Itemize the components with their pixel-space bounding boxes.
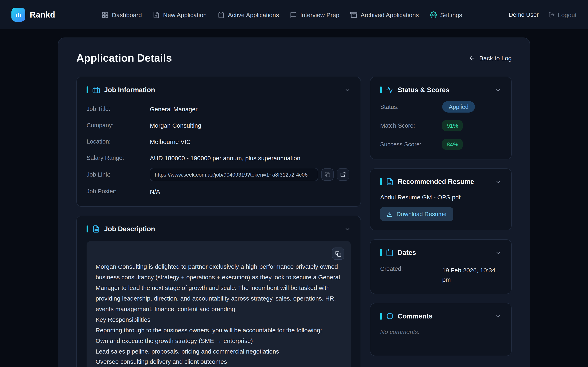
back-to-log-label: Back to Log [479,55,512,62]
field-label: Salary Range: [86,155,150,161]
logout-icon [548,11,555,18]
nav-right: Demo User Logout [509,11,577,18]
nav-menu: Dashboard New Application Active Applica… [102,11,462,18]
chevron-down-icon[interactable] [344,87,351,93]
left-column: Job Information Job Title: General Manag… [76,77,361,367]
field-row-company: Company: Morgan Consulting [86,119,351,131]
chevron-down-icon[interactable] [495,313,502,319]
copy-description-button[interactable] [332,248,344,260]
nav-item-archived-applications[interactable]: Archived Applications [350,11,419,18]
nav-label: Interview Prep [300,11,339,18]
created-label: Created: [380,266,442,284]
job-description-header: Job Description [86,225,351,233]
comments-title: Comments [398,312,433,320]
resume-filename: Abdul Resume GM - OPS.pdf [380,194,502,201]
status-row: Status: Applied [380,101,502,113]
copy-icon [335,250,341,257]
nav-item-dashboard[interactable]: Dashboard [102,11,142,18]
job-link-input[interactable] [150,168,318,181]
field-label: Job Link: [86,171,150,178]
dashboard-icon [102,11,109,18]
file-plus-icon [153,11,160,18]
accent-bar [380,86,382,93]
download-icon [387,211,393,217]
nav-item-settings[interactable]: Settings [430,11,462,18]
open-link-button[interactable] [337,168,349,181]
recommended-resume-header: Recommended Resume [380,178,502,185]
status-label: Status: [380,104,442,110]
download-resume-button[interactable]: Download Resume [380,207,453,221]
field-row-job-poster: Job Poster: N/A [86,185,351,197]
nav-label: Active Applications [228,11,279,18]
brand-name: Rankd [30,10,55,19]
field-row-location: Location: Melbourne VIC [86,135,351,148]
field-value: AUD 180000 - 190000 per annum, plus supe… [150,154,351,161]
calendar-icon [386,249,394,257]
dates-header: Dates [380,249,502,257]
user-name: Demo User [509,11,539,18]
field-value: General Manager [150,105,351,112]
accent-bar [380,178,382,185]
brand[interactable]: Rankd [11,8,55,22]
nav-label: Dashboard [112,11,142,18]
comments-card: Comments No comments. [370,303,512,356]
clipboard-icon [218,11,225,18]
copy-icon [325,172,330,177]
page-header: Application Details Back to Log [76,52,512,64]
accent-bar [380,313,382,319]
logout-button[interactable]: Logout [548,11,577,18]
archive-icon [350,11,357,18]
job-description-title: Job Description [104,225,155,233]
field-label: Location: [86,138,150,145]
back-to-log-link[interactable]: Back to Log [469,55,512,62]
comments-header: Comments [380,312,502,320]
field-value: N/A [150,188,351,195]
message-circle-icon [386,312,394,320]
field-value: Morgan Consulting [150,122,351,129]
accent-bar [86,86,88,93]
field-label: Job Title: [86,106,150,112]
success-score-row: Success Score: 84% [380,139,502,150]
status-badge: Applied [442,101,475,113]
download-resume-label: Download Resume [397,211,447,217]
match-score-row: Match Score: 91% [380,120,502,131]
nav-item-new-application[interactable]: New Application [153,11,207,18]
file-text-icon [386,178,394,185]
job-description-panel: Morgan Consulting is delighted to partne… [86,241,351,367]
job-information-card: Job Information Job Title: General Manag… [76,77,361,207]
status-scores-title: Status & Scores [398,86,449,94]
file-text-icon [92,225,100,233]
field-row-salary: Salary Range: AUD 180000 - 190000 per an… [86,152,351,164]
activity-icon [386,86,394,94]
nav-label: New Application [163,11,207,18]
created-row: Created: 19 Feb 2026, 10:34 pm [380,266,502,284]
copy-link-button[interactable] [321,168,334,181]
top-navigation: Rankd Dashboard New Application Active A… [0,0,588,29]
recommended-resume-card: Recommended Resume Abdul Resume GM - OPS… [370,168,512,230]
nav-label: Settings [440,11,462,18]
gear-icon [430,11,437,18]
recommended-resume-title: Recommended Resume [398,178,474,185]
match-score-label: Match Score: [380,122,442,129]
application-details-container: Application Details Back to Log [58,38,530,367]
nav-item-active-applications[interactable]: Active Applications [218,11,279,18]
nav-item-interview-prep[interactable]: Interview Prep [290,11,339,18]
arrow-left-icon [469,55,476,62]
briefcase-icon [92,86,100,94]
chevron-down-icon[interactable] [344,226,351,232]
dates-title: Dates [398,249,416,257]
chevron-down-icon[interactable] [495,87,502,93]
job-description-card: Job Description Morgan Consulting is del… [76,216,361,367]
job-information-fields: Job Title: General Manager Company: Morg… [86,103,351,197]
logout-label: Logout [558,11,577,18]
field-row-job-title: Job Title: General Manager [86,103,351,115]
chevron-down-icon[interactable] [495,249,502,256]
success-score-value: 84% [442,139,463,150]
status-scores-header: Status & Scores [380,86,502,94]
message-square-icon [290,11,297,18]
chevron-down-icon[interactable] [495,178,502,185]
dates-card: Dates Created: 19 Feb 2026, 10:34 pm [370,239,512,294]
field-row-job-link: Job Link: [86,168,351,181]
job-information-title: Job Information [104,86,155,94]
nav-label: Archived Applications [361,11,419,18]
